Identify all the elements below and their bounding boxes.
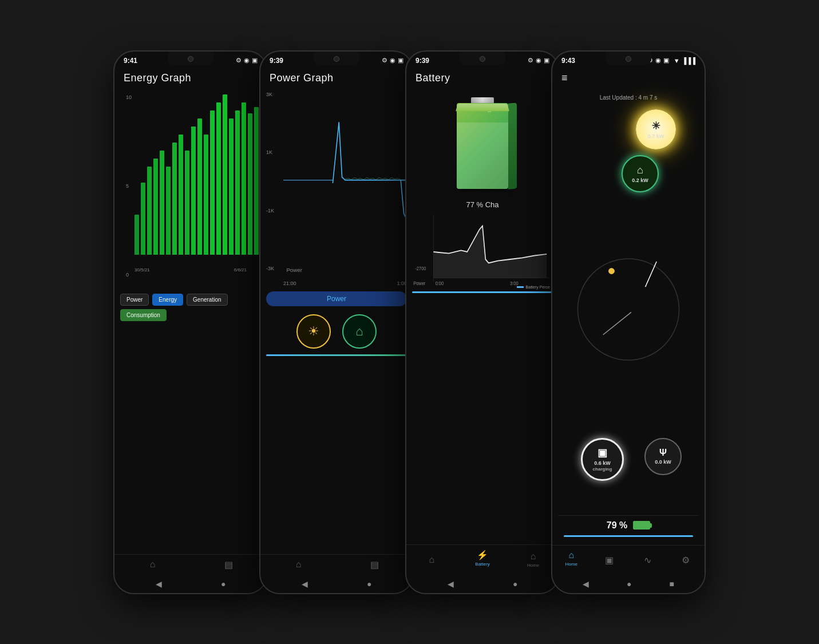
energy-graph-content: 10 5 0 30/5/21 6/6/21 Power Energy Gener…: [114, 89, 267, 554]
home-icon-4: ⌂: [568, 550, 574, 560]
graph-icon-4: ∿: [644, 555, 651, 566]
home-content: Last Updated : 4 m 7 s: [552, 89, 705, 545]
shield-icon-4: ◉: [655, 57, 661, 64]
nav-battery-3[interactable]: ⚡ Battery: [471, 550, 494, 570]
battery-charge-percent: 77 % Cha: [466, 200, 498, 209]
phone-power-graph: 9:39 ⚙ ◉ ▣ Power Graph 3K 1K -1K -3K: [259, 50, 414, 594]
status-icons-2: ⚙ ◉ ▣: [382, 57, 403, 64]
list-icon-1: ▤: [224, 559, 233, 570]
home-btn-1[interactable]: ●: [221, 579, 225, 588]
battery-percent-text: 79 %: [607, 520, 627, 531]
graph-legend: Battery Perce: [517, 285, 550, 289]
nav-battery-4[interactable]: ▣: [598, 555, 621, 566]
hamburger-menu[interactable]: ≡: [552, 68, 705, 89]
nav-home-1[interactable]: ⌂: [141, 559, 164, 570]
filter-generation[interactable]: Generation: [187, 294, 227, 306]
nav-settings-4[interactable]: ⚙: [674, 555, 697, 566]
house-flow-circle: ⌂ 0.2 kW: [622, 155, 659, 192]
solar-circle-btn[interactable]: ☀: [296, 314, 331, 349]
battery-percent-row: 79 %: [558, 515, 699, 535]
nav-home-tab-3[interactable]: ⌂ Home: [522, 551, 545, 568]
power-graph-title: Power Graph: [260, 68, 413, 89]
back-btn-1[interactable]: ◀: [156, 579, 162, 588]
grid-flow-value: 0.0 kW: [655, 459, 671, 465]
svg-point-10: [609, 268, 615, 274]
battery-fill-level: [457, 123, 508, 189]
solar-flow-circle: ☀ 0.7 kW: [636, 109, 676, 149]
nav-list-1[interactable]: ▤: [217, 559, 240, 570]
nav-list-2[interactable]: ▤: [363, 559, 386, 570]
nav-home-4[interactable]: ⌂ Home: [560, 550, 583, 570]
bar-13: [216, 102, 221, 255]
signal-icon-4: ▐▐▐: [682, 57, 695, 64]
bar-8: [185, 151, 189, 255]
filter-buttons: Power Energy Generation Consumption: [114, 289, 267, 326]
back-btn-4[interactable]: ◀: [583, 579, 589, 588]
status-icons-4: ⚙ ◉ ▣ ▼ ▐▐▐: [647, 57, 695, 64]
battery-icon-1: ▣: [252, 57, 258, 64]
square-btn-4[interactable]: ■: [670, 579, 674, 588]
power-graph-content: 3K 1K -1K -3K: [260, 89, 413, 554]
list-icon-2: ▤: [370, 559, 379, 570]
bar-19: [254, 107, 259, 255]
bar-11: [204, 135, 208, 255]
status-time-4: 9:43: [561, 57, 575, 65]
power-chart: Power: [283, 92, 407, 275]
back-btn-2[interactable]: ◀: [302, 579, 308, 588]
house-circle-btn[interactable]: ⌂: [342, 314, 377, 349]
status-icons-1: ⚙ ◉ ▣: [236, 57, 258, 64]
filter-energy[interactable]: Energy: [152, 294, 183, 306]
bar-3: [153, 159, 158, 255]
house-flow-icon: ⌂: [637, 164, 643, 176]
status-icons-3: ⚙ ◉ ▣: [528, 57, 549, 64]
phone-home: 9:43 ⚙ ◉ ▣ ▼ ▐▐▐ ≡ Last Updated : 4 m 7 …: [551, 50, 706, 594]
filter-consumption[interactable]: Consumption: [120, 309, 167, 321]
grid-flow-circle: Ψ 0.0 kW: [644, 438, 682, 475]
bottom-nav-1: ⌂ ▤: [114, 554, 267, 575]
android-nav-3: ◀ ●: [406, 575, 559, 593]
nav-graph-4[interactable]: ∿: [636, 555, 659, 566]
svg-text:Power: Power: [286, 266, 302, 272]
svg-line-11: [603, 312, 631, 334]
y-1k: 1K: [266, 149, 283, 155]
camera-3: [480, 56, 485, 62]
nav-home-3[interactable]: ⌂: [420, 555, 443, 565]
home-btn-3[interactable]: ●: [513, 579, 517, 588]
bar-1: [141, 183, 145, 255]
filter-power[interactable]: Power: [120, 294, 149, 306]
android-nav-4: ◀ ● ■: [552, 575, 705, 593]
battery-flow-circle: ▣ 0.6 kW charging: [581, 438, 624, 481]
bar-14: [223, 94, 227, 255]
home-icon-3: ⌂: [429, 555, 434, 565]
back-btn-3[interactable]: ◀: [448, 579, 454, 588]
svg-text:-2700: -2700: [415, 265, 426, 271]
battery-icon-2: ▣: [398, 57, 403, 64]
camera-1: [188, 56, 193, 62]
power-y-axis: 3K 1K -1K -3K: [266, 92, 283, 275]
bottom-nav-4: ⌂ Home ▣ ∿ ⚙: [552, 545, 705, 575]
energy-graph-title: Energy Graph: [114, 68, 267, 89]
home-btn-4[interactable]: ●: [627, 579, 631, 588]
bar-18: [248, 113, 252, 254]
camera-2: [334, 56, 339, 62]
bottom-nav-2: ⌂ ▤: [260, 554, 413, 575]
legend-label: Battery Perce: [526, 285, 550, 289]
power-button[interactable]: Power: [266, 291, 407, 306]
bar-15: [229, 118, 234, 255]
battery-title: Battery: [406, 68, 559, 89]
nav-home-2[interactable]: ⌂: [287, 559, 310, 570]
home-btn-2[interactable]: ●: [367, 579, 371, 588]
camera-4: [626, 56, 631, 62]
bar-9: [191, 127, 196, 255]
bar-2: [147, 167, 152, 255]
battery-nav-icon-3: ⚡: [477, 550, 488, 560]
screen-2: 9:39 ⚙ ◉ ▣ Power Graph 3K 1K -1K -3K: [260, 52, 413, 593]
home-icon-1: ⌂: [150, 559, 156, 570]
y-label-0: 0: [126, 272, 137, 278]
battery-flow-icon: ▣: [598, 447, 607, 459]
status-time-1: 9:41: [124, 57, 137, 65]
bar-5: [166, 167, 171, 255]
x-labels: 30/5/21 6/6/21: [120, 266, 261, 272]
battery-graph-svg: Power -2700 0:00 3:00: [412, 215, 553, 289]
battery-icon-4: ▣: [663, 57, 669, 64]
